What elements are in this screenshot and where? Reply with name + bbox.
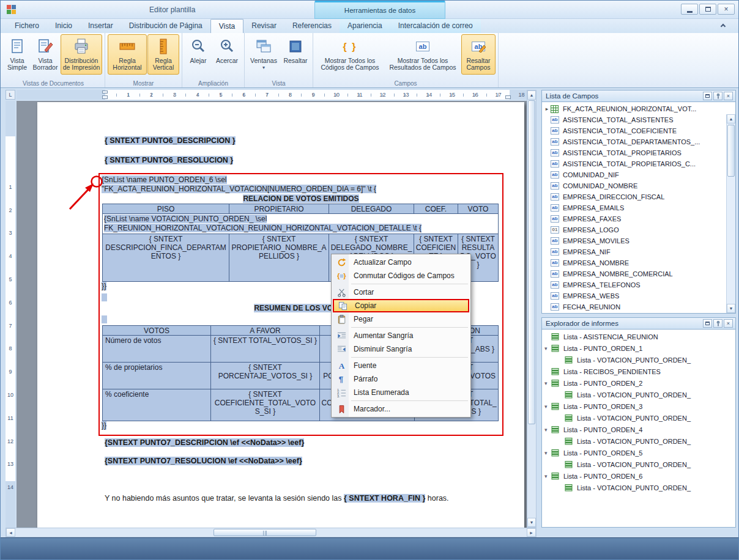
tree-item-lista-votacion-punto-orden[interactable]: Lista - VOTACION_PUNTO_ORDEN_ [542, 459, 735, 470]
right-margin-marker[interactable] [505, 95, 511, 99]
panel-pin-button[interactable] [713, 92, 722, 100]
field-hora-fin[interactable]: { SNTEXT HORA_FIN } [344, 494, 425, 503]
tree-item-lista-punto-orden-5[interactable]: ▾Lista - PUNTO_ORDEN_5 [542, 447, 735, 459]
field-item-asistencia-total-propietarios[interactable]: abASISTENCIA_TOTAL_PROPIETARIOS [542, 147, 735, 158]
tab-revisar[interactable]: Revisar [243, 19, 284, 33]
chevron-down-icon[interactable]: ▾ [544, 427, 551, 433]
scrollbar-thumb[interactable] [214, 529, 316, 536]
field-item-empresa-telefonos[interactable]: abEMPRESA_TELEFONOS [542, 279, 735, 290]
tab-referencias[interactable]: Referencias [284, 19, 340, 33]
tree-item-lista-recibos-pendientes[interactable]: Lista - RECIBOS_PENDIENTES [542, 366, 735, 377]
scroll-left-arrow[interactable]: ◄ [6, 528, 15, 537]
scroll-down-arrow[interactable]: ▼ [727, 304, 735, 313]
document-vertical-scrollbar[interactable]: ▲ ▼ [527, 90, 537, 528]
scroll-right-arrow[interactable]: ► [527, 528, 536, 537]
field-item-empresa-nif[interactable]: abEMPRESA_NIF [542, 246, 735, 257]
chevron-down-icon[interactable]: ▾ [544, 450, 551, 456]
scroll-up-arrow[interactable]: ▲ [527, 90, 536, 100]
tab-insertar[interactable]: Insertar [80, 19, 121, 33]
scroll-up-arrow[interactable]: ▲ [727, 114, 735, 123]
regla-horizontal-button[interactable]: Regla Horizontal [108, 34, 147, 75]
tree-item-lista-punto-orden-3[interactable]: ▾Lista - PUNTO_ORDEN_3 [542, 400, 735, 412]
mostrar-resultados-campos-button[interactable]: ab Mostrar Todos los Resultados de Campo… [385, 34, 461, 75]
mostrar-codigos-campos-button[interactable]: { } Mostrar Todos los Códigos de Campos [316, 34, 384, 75]
tree-item-lista-punto-orden-2[interactable]: ▾Lista - PUNTO_ORDEN_2 [542, 377, 735, 389]
tab-distribucion-de-pagina[interactable]: Distribución de Página [121, 19, 210, 33]
menu-item-marcador[interactable]: Marcador... [333, 402, 469, 416]
tree-item-lista-punto-orden-1[interactable]: ▾Lista - PUNTO_ORDEN_1 [542, 342, 735, 354]
tab-apariencia[interactable]: Apariencia [340, 19, 390, 33]
panel-close-button[interactable]: × [724, 319, 733, 328]
tree-item-lista-punto-orden-4[interactable]: ▾Lista - PUNTO_ORDEN_4 [542, 424, 735, 435]
chevron-down-icon[interactable]: ▾ [544, 403, 551, 410]
tab-intercalacion-de-correo[interactable]: Intercalación de correo [390, 19, 481, 33]
panel-restore-button[interactable] [703, 319, 712, 328]
vertical-ruler[interactable]: 1234567891011121314 [6, 101, 15, 528]
alejar-button[interactable]: Alejar [185, 34, 212, 75]
field-item-asistencia-total-propietarios-c[interactable]: abASISTENCIA_TOTAL_PROPIETARIOS_C... [542, 158, 735, 169]
document-horizontal-scrollbar[interactable]: ◄ ► [6, 528, 537, 537]
tab-inicio[interactable]: Inicio [47, 19, 80, 33]
panel-restore-button[interactable] [703, 92, 712, 100]
field-item-empresa-nombre[interactable]: abEMPRESA_NOMBRE [542, 257, 735, 268]
field-item-asistencia-total-departamentos[interactable]: abASISTENCIA_TOTAL_DEPARTAMENTOS_... [542, 136, 735, 147]
chevron-down-icon[interactable]: ▾ [544, 345, 551, 352]
resaltar-campos-button[interactable]: ab Resaltar Campos [461, 34, 496, 75]
indent-marker-bottom[interactable] [102, 95, 108, 99]
panel-close-button[interactable]: × [724, 92, 733, 100]
closing-paragraph[interactable]: Y no habiendo más asuntos que tratar, se… [105, 494, 449, 503]
field-punto6-descripcion[interactable]: { SNTEXT PUNTO6_DESCRIPCION } [105, 136, 236, 145]
menu-item-aumentar-sangria[interactable]: Aumentar Sangría [333, 329, 469, 342]
menu-item-fuente[interactable]: AFuente [333, 359, 469, 372]
field-item-fecha-reunion[interactable]: abFECHA_REUNION [542, 301, 735, 312]
field-item-empresa-logo[interactable]: 01EMPRESA_LOGO [542, 224, 735, 235]
scrollbar-thumb[interactable] [528, 100, 535, 424]
menu-item-cortar[interactable]: Cortar [333, 286, 469, 299]
menu-item-lista-enumerada[interactable]: 1.2.3.Lista Enumerada [333, 386, 469, 399]
scrollbar-thumb[interactable] [727, 125, 735, 177]
panel-pin-button[interactable] [713, 319, 722, 328]
field-item-empresa-moviles[interactable]: abEMPRESA_MOVILES [542, 235, 735, 246]
tab-vista[interactable]: Vista [210, 19, 243, 33]
field-punto6-resolucion[interactable]: { SNTEXT PUNTO6_RESOLUCION } [105, 156, 233, 164]
distribucion-de-impresion-button[interactable]: Distribución de Impresión [61, 34, 102, 75]
chevron-right-icon[interactable]: ▸ [543, 106, 551, 112]
tree-item-lista-punto-orden-6[interactable]: ▾Lista - PUNTO_ORDEN_6 [542, 470, 735, 482]
ventanas-button[interactable]: Ventanas ▾ [247, 34, 280, 75]
field-item-empresa-direccion-fiscal[interactable]: abEMPRESA_DIRECCION_FISCAL [542, 191, 735, 202]
field-item-empresa-webs[interactable]: abEMPRESA_WEBS [542, 290, 735, 301]
menu-item-actualizar-campo[interactable]: Actualizar Campo [333, 256, 469, 269]
menu-item-copiar[interactable]: Copiar [333, 299, 469, 312]
menu-item-parrafo[interactable]: ¶Párrafo [333, 372, 469, 386]
chevron-down-icon[interactable]: ▾ [544, 380, 551, 386]
field-item-empresa-nombre-comercial[interactable]: abEMPRESA_NOMBRE_COMERCIAL [542, 268, 735, 279]
tree-item-lista-asistencia-reunion[interactable]: Lista - ASISTENCIA_REUNION [542, 331, 735, 342]
field-item-empresa-emails[interactable]: abEMPRESA_EMAILS [542, 202, 735, 213]
tab-fichero[interactable]: Fichero [7, 19, 47, 33]
close-button[interactable]: × [718, 4, 735, 15]
menu-item-disminuir-sangria[interactable]: Disminuir Sangría [333, 342, 469, 356]
field-punto7-resolucion[interactable]: {SNTEXT PUNTO7_RESOLUCION \ef <<NoData>>… [105, 457, 302, 465]
tree-item-lista-votacion-punto-orden[interactable]: Lista - VOTACION_PUNTO_ORDEN_ [542, 435, 735, 447]
scroll-down-arrow[interactable]: ▼ [527, 518, 536, 527]
vista-simple-button[interactable]: Vista Simple [4, 34, 30, 75]
field-item-comunidad-nif[interactable]: abCOMUNIDAD_NIF [542, 169, 735, 180]
tree-item-lista-votacion-punto-orden[interactable]: Lista - VOTACION_PUNTO_ORDEN_ [542, 389, 735, 400]
tree-item-lista-votacion-punto-orden[interactable]: Lista - VOTACION_PUNTO_ORDEN_ [542, 482, 735, 493]
minimize-button[interactable] [681, 4, 698, 15]
indent-marker-top[interactable] [102, 90, 108, 94]
field-item-fk-acta-reunion-horizontal-vot[interactable]: ▸FK_ACTA_REUNION_HORIZONTAL_VOT... [542, 103, 735, 114]
restore-button[interactable] [699, 4, 716, 15]
field-item-asistencia-total-coeficiente[interactable]: abASISTENCIA_TOTAL_COEFICIENTE [542, 125, 735, 136]
tab-stop-indicator[interactable]: L [6, 90, 15, 100]
field-item-comunidad-nombre[interactable]: abCOMUNIDAD_NOMBRE [542, 180, 735, 191]
field-item-asistencia-total-asistentes[interactable]: abASISTENCIA_TOTAL_ASISTENTES [542, 114, 735, 125]
menu-item-conmutar-codigos-de-campos[interactable]: {}Conmutar Códigos de Campos [333, 269, 469, 282]
tree-item-lista-votacion-punto-orden[interactable]: Lista - VOTACION_PUNTO_ORDEN_ [542, 354, 735, 366]
vista-borrador-button[interactable]: Vista Borrador [31, 34, 60, 75]
regla-vertical-button[interactable]: Regla Vertical [147, 34, 179, 75]
field-item-empresa-faxes[interactable]: abEMPRESA_FAXES [542, 213, 735, 224]
collapse-ribbon-button[interactable] [718, 21, 729, 31]
field-list-scrollbar[interactable]: ▲ ▼ [726, 114, 735, 313]
horizontal-ruler[interactable]: 123456789101112131415161718 [17, 90, 527, 100]
